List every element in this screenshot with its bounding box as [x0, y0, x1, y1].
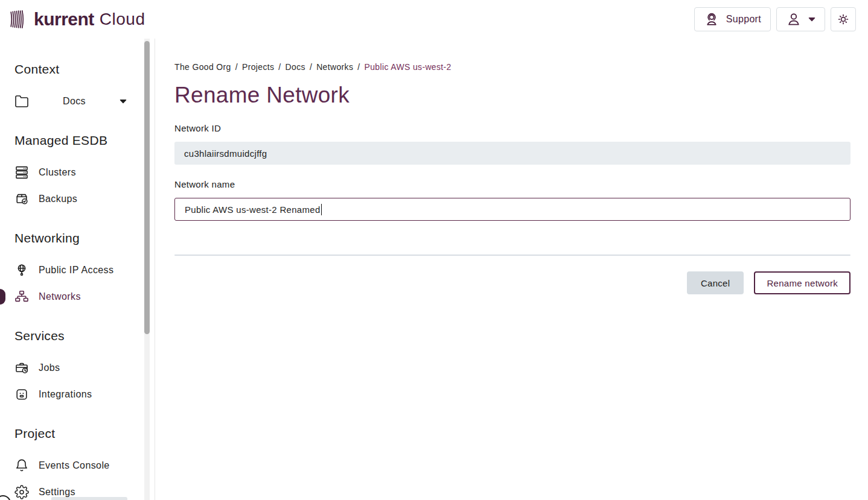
- sidebar-heading-project: Project: [14, 426, 134, 441]
- bell-icon: [14, 458, 29, 473]
- sidebar-item-integrations[interactable]: Integrations: [14, 381, 134, 408]
- chevron-down-icon: [808, 17, 815, 22]
- sidebar-item-label: Events Console: [39, 460, 110, 471]
- app-logo[interactable]: kurrent Cloud: [10, 8, 145, 30]
- support-label: Support: [726, 14, 761, 25]
- outlet-icon: [14, 387, 29, 402]
- support-headset-icon: [704, 11, 720, 27]
- network-id-label: Network ID: [174, 123, 850, 134]
- breadcrumb-docs[interactable]: Docs: [286, 62, 305, 72]
- support-button[interactable]: Support: [694, 7, 771, 31]
- sidebar-heading-context: Context: [14, 62, 134, 77]
- cancel-button[interactable]: Cancel: [687, 271, 744, 294]
- breadcrumb-networks[interactable]: Networks: [316, 62, 353, 72]
- sidebar-item-label: Integrations: [39, 389, 92, 400]
- sitemap-icon: [14, 290, 29, 304]
- user-icon: [786, 11, 802, 27]
- text-cursor: [321, 204, 322, 215]
- network-id-input: cu3hlaiirsdmuidcjffg: [174, 142, 850, 165]
- breadcrumb-separator: /: [278, 62, 281, 72]
- network-name-input[interactable]: Public AWS us-west-2 Renamed: [174, 198, 850, 221]
- sidebar-heading-networking: Networking: [14, 230, 134, 246]
- sidebar-scrollbar[interactable]: [144, 39, 150, 500]
- backups-icon: [14, 192, 29, 206]
- sidebar-item-label: Public IP Access: [39, 265, 113, 276]
- sidebar-item-events-console[interactable]: Events Console: [14, 452, 134, 479]
- globe-icon: [14, 263, 29, 277]
- breadcrumb-projects[interactable]: Projects: [242, 62, 274, 72]
- cutoff-item: [51, 497, 127, 500]
- clusters-icon: [14, 165, 29, 180]
- rename-network-button[interactable]: Rename network: [754, 271, 850, 294]
- section-divider: [174, 255, 850, 256]
- chevron-down-icon: [120, 99, 127, 104]
- breadcrumb-separator: /: [310, 62, 312, 72]
- sidebar-scrollbar-thumb[interactable]: [144, 41, 150, 334]
- active-item-indicator: [0, 289, 5, 305]
- briefcase-clock-icon: [14, 361, 29, 375]
- sidebar-heading-services: Services: [14, 328, 134, 344]
- product-name: Cloud: [100, 10, 145, 29]
- breadcrumb-current: Public AWS us-west-2: [365, 62, 452, 72]
- sidebar: Context Docs Managed ESDB Clusters: [0, 39, 155, 500]
- breadcrumb: The Good Org/Projects/Docs/Networks/Publ…: [174, 62, 850, 72]
- theme-toggle-button[interactable]: [831, 7, 856, 31]
- account-menu-button[interactable]: [776, 7, 825, 31]
- sidebar-item-backups[interactable]: Backups: [14, 186, 134, 212]
- main-content: The Good Org/Projects/Docs/Networks/Publ…: [155, 39, 868, 500]
- brand-name: kurrent: [34, 9, 94, 30]
- context-selector-label: Docs: [63, 96, 86, 107]
- cutoff-icon: [0, 495, 11, 500]
- logo-stripes-icon: [10, 8, 28, 30]
- sidebar-item-jobs[interactable]: Jobs: [14, 355, 134, 381]
- breadcrumb-separator: /: [235, 62, 238, 72]
- header-actions: Support: [694, 7, 856, 31]
- network-name-value: Public AWS us-west-2 Renamed: [185, 204, 321, 215]
- top-bar: kurrent Cloud Support: [0, 0, 868, 39]
- sidebar-item-clusters[interactable]: Clusters: [14, 159, 134, 186]
- context-selector[interactable]: Docs: [14, 88, 127, 115]
- sun-icon: [836, 12, 850, 27]
- folder-icon: [14, 94, 29, 109]
- network-id-value: cu3hlaiirsdmuidcjffg: [184, 148, 267, 159]
- sidebar-item-public-ip-access[interactable]: Public IP Access: [14, 257, 134, 283]
- sidebar-item-label: Jobs: [39, 362, 60, 373]
- breadcrumb-org[interactable]: The Good Org: [174, 62, 231, 72]
- breadcrumb-separator: /: [357, 62, 360, 72]
- sidebar-item-label: Settings: [39, 487, 75, 498]
- page-title: Rename Network: [174, 82, 850, 109]
- sidebar-item-networks[interactable]: Networks: [14, 283, 134, 310]
- sidebar-item-label: Networks: [39, 291, 81, 302]
- form-actions: Cancel Rename network: [174, 271, 850, 294]
- network-name-label: Network name: [174, 179, 850, 190]
- sidebar-item-label: Backups: [39, 194, 77, 204]
- gear-icon: [14, 485, 29, 499]
- sidebar-item-label: Clusters: [39, 167, 76, 178]
- sidebar-heading-managed-esdb: Managed ESDB: [14, 133, 134, 148]
